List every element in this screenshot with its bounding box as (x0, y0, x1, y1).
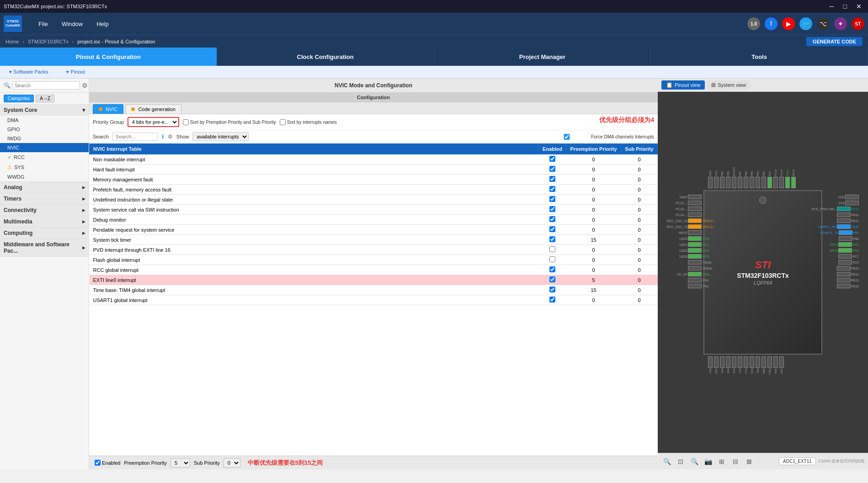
subtab-software-packs[interactable]: ▾ Software Packs (9, 69, 48, 75)
sidebar-search-input[interactable] (12, 81, 80, 90)
table-row: Memory management fault00 (90, 175, 658, 185)
show-select[interactable]: available interrupts (192, 132, 249, 141)
tab-code-generation[interactable]: Code generation (125, 104, 181, 114)
interrupt-enabled[interactable] (539, 255, 566, 265)
youtube-icon[interactable]: ▶ (782, 17, 795, 30)
panel-tabs: NVIC Code generation (89, 102, 658, 114)
interrupt-sub-priority: 0 (621, 165, 658, 175)
tab-clock[interactable]: Clock Configuration (217, 48, 434, 66)
interrupt-enabled[interactable] (539, 205, 566, 215)
priority-group-label: Priority Group (93, 119, 124, 125)
annotation-interrupt-priority: 中断优先级需要在5到15之间 (248, 459, 323, 467)
app-title: STM32CubeMX project.ioc: STM32F103RCTx (4, 4, 107, 9)
interrupt-name: Time base: TIM4 global interrupt (90, 285, 539, 295)
tab-pinout-view[interactable]: 📋 Pinout view (661, 80, 705, 90)
interrupt-enabled[interactable] (539, 245, 566, 255)
tab-system-view[interactable]: ⊞ System view (707, 80, 751, 90)
breadcrumb-sep2: › (72, 39, 74, 44)
window-menu[interactable]: Window (62, 21, 83, 27)
screenshot-icon[interactable]: 📷 (703, 456, 714, 467)
interrupt-sub-priority: 0 (621, 175, 658, 185)
file-menu[interactable]: File (38, 21, 48, 27)
search-icon: 🔍 (4, 82, 11, 89)
sidebar-item-dma[interactable]: DMA (0, 116, 89, 125)
breadcrumb-home[interactable]: Home (5, 39, 19, 44)
sidebar-item-rcc[interactable]: ✓ RCC (0, 152, 89, 162)
discord-icon[interactable]: ✦ (834, 17, 847, 30)
sort-names-checkbox[interactable] (280, 119, 286, 125)
analog-header[interactable]: Analog ▸ (0, 182, 89, 193)
zoom-out-icon[interactable]: 🔍 (689, 456, 700, 467)
multimedia-header[interactable]: Multimedia ▸ (0, 216, 89, 227)
sub-priority-label: Sub Priority (194, 460, 220, 466)
fit-view-icon[interactable]: ⊡ (675, 456, 686, 467)
sub-priority-select[interactable]: 0 (224, 458, 240, 467)
interrupt-enabled[interactable] (539, 295, 566, 305)
az-btn[interactable]: A→Z (36, 95, 54, 102)
interrupt-enabled[interactable] (539, 275, 566, 285)
middleware-header[interactable]: Middleware and Software Pac... ▸ (0, 239, 89, 256)
info-icon: ℹ (162, 133, 164, 140)
system-core-header[interactable]: System Core ▾ (0, 105, 89, 116)
zoom-in-icon[interactable]: 🔍 (661, 456, 672, 467)
layout-icon2[interactable]: ⊠ (744, 456, 755, 467)
interrupt-enabled[interactable] (539, 215, 566, 225)
table-row: Hard fault interrupt00 (90, 165, 658, 175)
table-row: Time base: TIM4 global interrupt150 (90, 285, 658, 295)
breadcrumb-device[interactable]: STM32F103RCTx (28, 39, 69, 44)
connectivity-header[interactable]: Connectivity ▸ (0, 205, 89, 216)
interrupt-enabled[interactable] (539, 265, 566, 275)
sidebar-item-sys[interactable]: ⚠ SYS (0, 162, 89, 172)
tab-tools[interactable]: Tools (651, 48, 868, 66)
interrupt-enabled[interactable] (539, 235, 566, 245)
show-label: Show (176, 134, 189, 139)
force-dma-checkbox[interactable] (544, 134, 590, 140)
tab-nvic-config[interactable]: NVIC (93, 104, 123, 114)
interrupt-enabled[interactable] (539, 285, 566, 295)
st-icon[interactable]: ST (852, 17, 864, 30)
interrupt-name: System service call via SWI instruction (90, 205, 539, 215)
sort-preemption-checkbox[interactable] (183, 119, 189, 125)
interrupt-enabled[interactable] (539, 175, 566, 185)
menu-items: File Window Help (38, 21, 109, 27)
twitter-icon[interactable]: 🐦 (799, 17, 812, 30)
sidebar: 🔍 ⚙ Categories A→Z System Core ▾ DMA GPI… (0, 79, 89, 469)
bottom-pins: PA3 VSS PA4 PA5 (708, 356, 784, 391)
bottom-enabled-checkbox[interactable] (95, 460, 101, 466)
computing-header[interactable]: Computing ▸ (0, 228, 89, 239)
tab-project[interactable]: Project Manager (434, 48, 651, 66)
right-panel: 📋 Pinout view ⊞ System view STI STM32F10… (658, 79, 868, 469)
menu-bar: STM32CubeMX File Window Help 1.0 f ▶ 🐦 ⌥… (0, 13, 868, 35)
sidebar-item-iwdg[interactable]: IWDG (0, 134, 89, 143)
priority-group-select[interactable]: 4 bits for pre-e... (128, 117, 179, 127)
table-row: Prefetch fault, memory access fault00 (90, 185, 658, 195)
maximize-btn[interactable]: □ (841, 3, 850, 10)
timers-header[interactable]: Timers ▸ (0, 193, 89, 204)
close-btn[interactable]: ✕ (853, 3, 864, 10)
sidebar-item-nvic[interactable]: NVIC (0, 143, 89, 152)
grid-icon[interactable]: ⊞ (716, 456, 727, 467)
sidebar-item-wwdg[interactable]: WWDG (0, 172, 89, 181)
facebook-icon[interactable]: f (765, 17, 777, 30)
subtab-pinout[interactable]: ▾ Pinout (66, 69, 85, 75)
interrupt-enabled[interactable] (539, 165, 566, 175)
interrupt-enabled[interactable] (539, 195, 566, 205)
generate-code-button[interactable]: GENERATE CODE (806, 37, 863, 46)
annotation-priority-group: 优先级分组必须为4 (599, 116, 654, 124)
interrupt-name: RCC global interrupt (90, 265, 539, 275)
help-menu[interactable]: Help (96, 21, 109, 27)
categories-btn[interactable]: Categories (4, 95, 34, 102)
interrupt-enabled[interactable] (539, 225, 566, 235)
chip-body: STI STM32F103RCTx LQFP64 (703, 190, 822, 355)
minimize-btn[interactable]: ─ (827, 3, 837, 10)
tab-pinout[interactable]: Pinout & Configuration (0, 48, 217, 66)
interrupt-enabled[interactable] (539, 154, 566, 165)
nvic-search-input[interactable] (112, 133, 158, 141)
preemption-select[interactable]: 5 6789101112131415 (170, 458, 190, 467)
layout-icon1[interactable]: ⊟ (730, 456, 741, 467)
sidebar-item-gpio[interactable]: GPIO (0, 125, 89, 134)
gear-icon[interactable]: ⚙ (82, 82, 88, 89)
github-icon[interactable]: ⌥ (817, 17, 830, 30)
settings-icon[interactable]: ⚙ (168, 133, 173, 140)
interrupt-enabled[interactable] (539, 185, 566, 195)
